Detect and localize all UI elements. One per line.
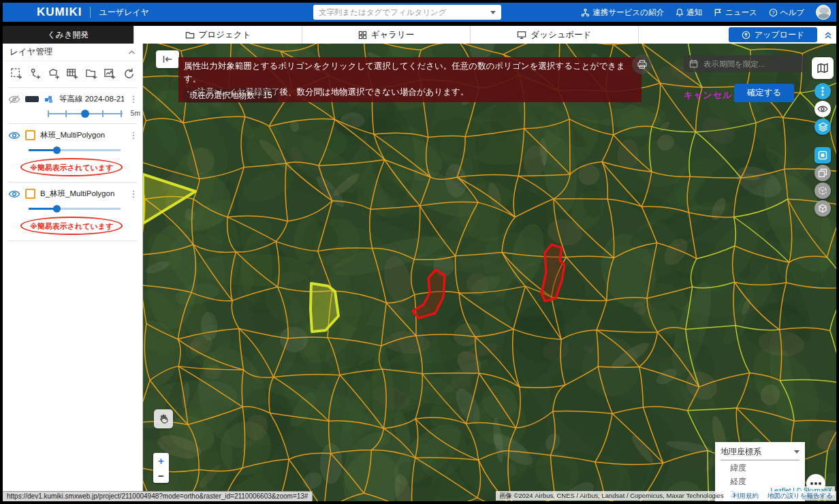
svg-text:?: ?: [772, 10, 774, 16]
confirm-button[interactable]: 確定する: [734, 84, 794, 102]
terrain-3d-button[interactable]: [814, 183, 831, 199]
map-tool-rail: [809, 44, 834, 501]
layer-item-contour[interactable]: 等高線 2024-08-21… ⋮ 5m: [3, 89, 142, 122]
refresh-icon[interactable]: [121, 65, 137, 82]
visibility-on-icon[interactable]: [8, 131, 20, 140]
add-point-layer-icon[interactable]: [27, 65, 44, 82]
app-screen: KUMIKI ユーザレイヤ 連携サービスの紹介 通知 ニュース ? ヘルプ: [0, 0, 839, 504]
split-view-button[interactable]: [814, 165, 831, 181]
b-rinhan-color-swatch[interactable]: [25, 189, 35, 199]
cube-3d-button[interactable]: [814, 200, 831, 217]
filter-input[interactable]: [313, 8, 490, 16]
add-folder-icon[interactable]: [83, 65, 99, 82]
layer-name: B_林班_MultiPolygon: [40, 189, 124, 199]
layer-menu-icon[interactable]: ⋮: [129, 189, 138, 198]
partner-services-link[interactable]: 連携サービスの紹介: [581, 7, 664, 18]
layer-menu-icon[interactable]: ⋮: [129, 95, 138, 104]
add-raster-layer-icon[interactable]: [8, 65, 25, 82]
imagery-attribution-bar: 画像 ©2024 Airbus, CNES / Airbus, Landsat …: [496, 491, 836, 501]
imagery-credit: 画像 ©2024 Airbus, CNES / Airbus, Landsat …: [496, 491, 727, 501]
coordinate-system-select[interactable]: 地理座標系: [721, 446, 800, 460]
panel-collapse-chevron-icon[interactable]: [128, 50, 136, 55]
layer-item-rinhan[interactable]: 林班_MultiPolygon ⋮ ※簡易表示されています: [3, 125, 142, 180]
add-image-icon[interactable]: [102, 65, 118, 82]
user-avatar[interactable]: [816, 5, 831, 20]
bell-icon: [676, 8, 684, 17]
top-header: KUMIKI ユーザレイヤ 連携サービスの紹介 通知 ニュース ? ヘルプ: [3, 3, 836, 22]
visibility-toggle-button[interactable]: [814, 101, 831, 117]
simplified-display-badge: ※簡易表示されています: [20, 217, 123, 235]
layer-toolbar: [3, 61, 142, 86]
share-icon: [581, 8, 590, 17]
pan-hand-button[interactable]: [154, 409, 173, 428]
select-mode-button[interactable]: [814, 147, 831, 163]
help-icon: ?: [769, 8, 778, 17]
simplified-display-badge: ※簡易表示されています: [20, 158, 123, 176]
basemap-button[interactable]: [812, 57, 834, 79]
collapse-tabs-icon[interactable]: [822, 28, 834, 42]
rinhan-color-swatch[interactable]: [25, 130, 35, 140]
upload-button[interactable]: アップロード: [729, 27, 817, 42]
folder-icon: [185, 31, 195, 40]
cancel-button[interactable]: キャンセル: [684, 89, 733, 101]
zoom-out-button[interactable]: −: [153, 468, 169, 483]
layer-item-b-rinhan[interactable]: B_林班_MultiPolygon ⋮ ※簡易表示されています: [3, 184, 142, 239]
add-table-layer-icon[interactable]: [65, 65, 81, 82]
terms-link[interactable]: 利用規約: [729, 491, 762, 501]
contour-color-swatch[interactable]: [25, 96, 39, 102]
layer-name: 林班_MultiPolygon: [40, 130, 124, 140]
tab-dashboard[interactable]: ダッシュボード: [471, 26, 639, 44]
more-tools-button[interactable]: [814, 83, 831, 99]
zoom-control: + −: [153, 453, 169, 483]
selected-feature-count: 現在の選択地物数：15: [184, 89, 278, 103]
date-filter-box: [684, 55, 806, 72]
layer-name: 等高線 2024-08-21…: [59, 94, 124, 104]
filter-caret-icon[interactable]: [490, 11, 496, 14]
coord-option-lat[interactable]: 緯度: [721, 460, 800, 474]
layer-menu-icon[interactable]: ⋮: [129, 131, 138, 140]
kumiki-logo[interactable]: KUMIKI: [37, 5, 82, 19]
tab-organization[interactable]: くみき開発: [3, 26, 134, 44]
nav-tabs: くみき開発 プロジェクト ギャラリー ダッシュボード アップロード: [3, 26, 836, 44]
tab-project[interactable]: プロジェクト: [134, 26, 302, 44]
select-caret-icon: [794, 450, 800, 454]
report-map-error-link[interactable]: 地図の誤りを報告する: [764, 491, 836, 501]
opacity-slider[interactable]: [29, 205, 121, 212]
banner-line1: 属性出力対象範囲とするポリゴンをクリックして選択してください。任意の数のポリゴン…: [184, 60, 635, 86]
visibility-off-icon[interactable]: [8, 95, 20, 104]
tab-gallery[interactable]: ギャラリー: [302, 26, 471, 44]
slider-value-label: 5m: [130, 109, 140, 117]
help-link[interactable]: ? ヘルプ: [769, 7, 804, 18]
contour-3d-icon: [44, 95, 54, 104]
status-url-bar: https://dev1.kumiki.smxweb.jp/project/21…: [3, 491, 313, 501]
collapse-sidebar-button[interactable]: [156, 50, 179, 68]
date-filter-input[interactable]: [703, 60, 808, 68]
opacity-slider[interactable]: [29, 146, 121, 153]
layers-button[interactable]: [814, 119, 831, 135]
gallery-grid-icon: [358, 31, 367, 40]
filter-box: [313, 5, 501, 20]
news-link[interactable]: ニュース: [714, 7, 757, 18]
map-viewport: 属性出力対象範囲とするポリゴンをクリックして選択してください。任意の数のポリゴン…: [143, 44, 836, 501]
visibility-on-icon[interactable]: [8, 189, 20, 199]
dashboard-monitor-icon: [517, 31, 526, 40]
zoom-in-button[interactable]: +: [153, 453, 169, 468]
flag-icon: [714, 8, 723, 17]
add-polygon-layer-icon[interactable]: [46, 65, 62, 82]
print-button[interactable]: [632, 54, 652, 74]
header-divider: [90, 7, 91, 18]
coord-option-lng[interactable]: 経度: [721, 474, 800, 488]
notifications-link[interactable]: 通知: [676, 7, 702, 18]
layer-manager-panel: レイヤ管理 等高線 2024-08-21… ⋮: [3, 44, 143, 501]
calendar-icon: [689, 59, 698, 68]
upload-icon: [742, 31, 750, 40]
satellite-map-canvas[interactable]: [143, 44, 836, 501]
workspace-label: ユーザレイヤ: [99, 7, 148, 18]
layer-manager-title: レイヤ管理: [10, 46, 52, 58]
contour-interval-slider[interactable]: 5m: [48, 110, 123, 118]
tabs-spacer: アップロード: [639, 26, 836, 44]
